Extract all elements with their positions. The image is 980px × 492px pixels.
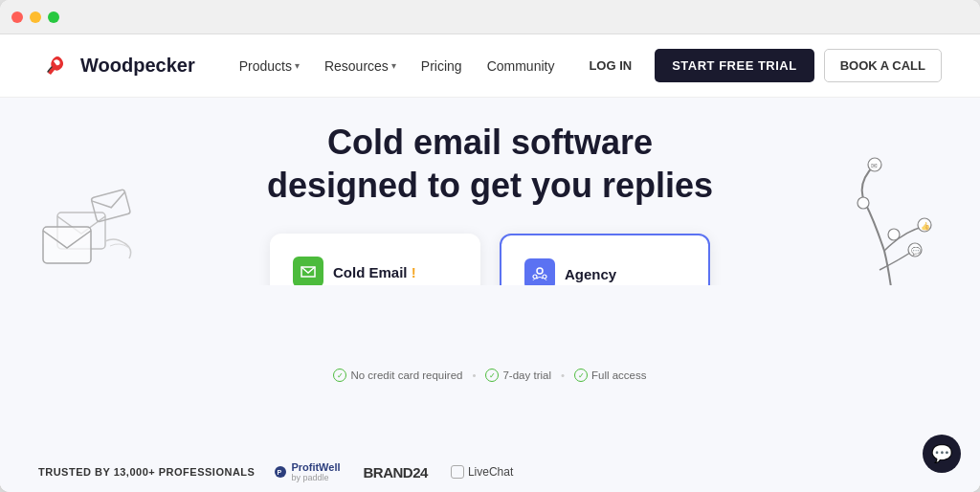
profitwell-logo: P ProfitWellby paddle xyxy=(274,461,340,482)
deco-right-illustration: 👍 💬 ✉ xyxy=(836,155,951,285)
cold-email-card: Cold Email ! Send cold emails, automate … xyxy=(270,234,480,285)
cold-email-title: Cold Email ! xyxy=(333,264,416,280)
livechat-logo: LiveChat xyxy=(451,465,513,479)
svg-point-11 xyxy=(888,229,900,240)
browser-window: Woodpecker Products ▾ Resources ▾ Pricin… xyxy=(0,0,980,492)
trust-badges: ✓ No credit card required • ✓ 7-day tria… xyxy=(0,285,980,461)
brand24-logo: BRAND24 xyxy=(364,464,428,481)
svg-point-14 xyxy=(543,275,546,279)
hero-title: Cold email software designed to get you … xyxy=(267,121,713,207)
check-icon: ✓ xyxy=(574,369,588,382)
badge-7day: ✓ 7-day trial xyxy=(485,369,551,382)
chevron-down-icon: ▾ xyxy=(295,60,300,71)
page-content: Woodpecker Products ▾ Resources ▾ Pricin… xyxy=(0,34,980,492)
svg-point-10 xyxy=(858,197,869,209)
nav-actions: LOG IN START FREE TRIAL BOOK A CALL xyxy=(575,49,942,82)
check-icon: ✓ xyxy=(485,369,499,382)
close-dot[interactable] xyxy=(11,11,23,23)
login-button[interactable]: LOG IN xyxy=(575,51,645,80)
minimize-dot[interactable] xyxy=(30,11,41,23)
chat-icon: 💬 xyxy=(931,443,952,464)
card-agency-header: Agency xyxy=(524,258,685,285)
nav-links: Products ▾ Resources ▾ Pricing Community xyxy=(230,53,576,79)
chevron-down-icon: ▾ xyxy=(391,60,396,71)
maximize-dot[interactable] xyxy=(48,11,59,23)
cold-email-icon xyxy=(293,257,323,285)
svg-text:✉: ✉ xyxy=(871,162,878,170)
nav-resources[interactable]: Resources ▾ xyxy=(315,53,406,79)
trusted-section: TRUSTED BY 13,000+ PROFESSIONALS P Profi… xyxy=(0,461,980,492)
agency-icon xyxy=(524,258,555,285)
svg-text:💬: 💬 xyxy=(911,246,921,256)
badge-full-access: ✓ Full access xyxy=(574,369,647,382)
svg-rect-2 xyxy=(43,227,91,263)
start-trial-nav-button[interactable]: START FREE TRIAL xyxy=(655,49,814,82)
hero-section: 👍 💬 ✉ Cold email software designed to ge… xyxy=(0,98,980,285)
svg-point-12 xyxy=(537,268,543,274)
chat-bubble-button[interactable]: 💬 xyxy=(923,435,961,473)
logo-area[interactable]: Woodpecker xyxy=(38,49,195,83)
deco-left-illustration xyxy=(38,184,144,285)
trusted-label: TRUSTED BY 13,000+ PROFESSIONALS xyxy=(38,466,255,478)
card-cold-header: Cold Email ! xyxy=(293,257,457,285)
nav-community[interactable]: Community xyxy=(478,53,565,79)
cards-row: Cold Email ! Send cold emails, automate … xyxy=(270,234,710,285)
svg-rect-3 xyxy=(91,190,131,222)
browser-bar xyxy=(0,0,980,34)
logo-text: Woodpecker xyxy=(80,55,195,77)
agency-card: Agency Run campaigns for all your client… xyxy=(500,234,710,285)
nav-pricing[interactable]: Pricing xyxy=(412,53,472,79)
book-call-button[interactable]: BOOK A CALL xyxy=(824,49,942,82)
svg-text:👍: 👍 xyxy=(921,221,930,231)
navbar: Woodpecker Products ▾ Resources ▾ Pricin… xyxy=(0,34,980,98)
check-icon: ✓ xyxy=(333,369,346,382)
badge-no-cc: ✓ No credit card required xyxy=(333,369,462,382)
woodpecker-logo-icon xyxy=(38,49,73,83)
nav-products[interactable]: Products ▾ xyxy=(230,53,309,79)
svg-text:P: P xyxy=(278,469,282,476)
svg-point-13 xyxy=(533,275,537,279)
brand-logos: P ProfitWellby paddle BRAND24 LiveChat xyxy=(274,461,513,482)
agency-title: Agency xyxy=(565,266,616,282)
